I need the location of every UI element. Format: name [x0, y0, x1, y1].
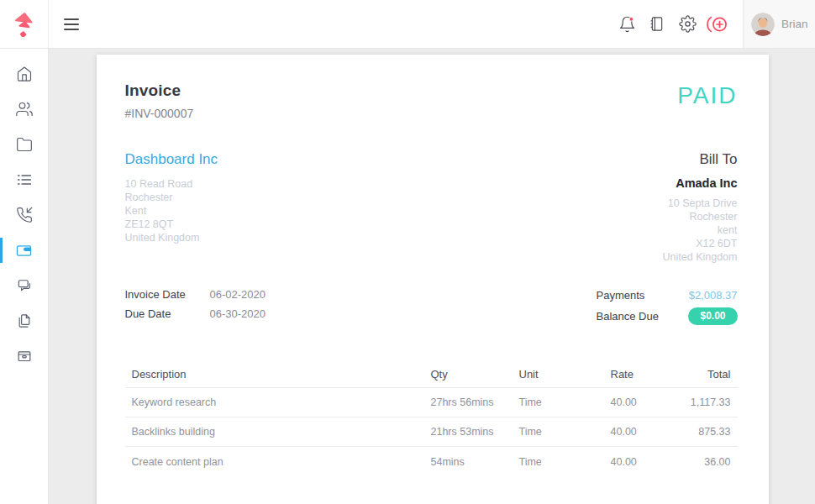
sidebar-item-calls[interactable]	[0, 197, 48, 233]
sidebar-item-invoices[interactable]	[0, 233, 48, 268]
customer-address: 10 Septa Drive Rochester kent X12 6DT Un…	[663, 197, 738, 264]
table-header-row: Description Qty Unit Rate Total	[125, 361, 738, 388]
address-line: kent	[663, 223, 738, 237]
address-line: United Kingdom	[663, 250, 738, 264]
phone-incoming-icon	[16, 207, 33, 223]
cell-rate: 40.00	[611, 426, 691, 438]
balance-due-badge: $0.00	[688, 307, 737, 324]
notifications-button[interactable]	[612, 9, 642, 39]
user-name: Brian	[781, 18, 808, 30]
avatar	[751, 13, 775, 36]
avatar-image	[751, 13, 775, 36]
balance-due-row: Balance Due $0.00	[597, 306, 738, 327]
cell-description: Keyword research	[125, 396, 431, 408]
due-date-label: Due Date	[125, 307, 210, 320]
invoice-meta: Invoice Date 06-02-2020 Due Date 06-30-2…	[125, 285, 738, 327]
home-icon	[16, 66, 33, 82]
col-header-total: Total	[691, 368, 738, 381]
invoice-header: Invoice #INV-000007 PAID	[125, 81, 738, 120]
cell-unit: Time	[519, 456, 611, 468]
address-line: Kent	[125, 204, 218, 218]
sidebar-item-contacts[interactable]	[0, 92, 48, 127]
table-row: Keyword research 27hrs 56mins Time 40.00…	[125, 388, 738, 417]
address-line: X12 6DT	[663, 237, 738, 250]
topbar: Brian	[0, 0, 815, 49]
list-icon	[16, 171, 33, 188]
bill-to-block: Bill To Amada Inc 10 Septa Drive Rochest…	[663, 151, 738, 264]
gear-icon	[679, 15, 697, 33]
chat-icon	[16, 277, 33, 294]
sender-block: Dashboard Inc 10 Read Road Rochester Ken…	[125, 151, 218, 264]
dates-block: Invoice Date 06-02-2020 Due Date 06-30-2…	[125, 285, 266, 323]
col-header-description: Description	[125, 368, 431, 381]
invoice-parties: Dashboard Inc 10 Read Road Rochester Ken…	[125, 151, 738, 264]
main-content: Invoice #INV-000007 PAID Dashboard Inc 1…	[50, 49, 815, 504]
address-line: Rochester	[663, 210, 738, 223]
cell-total: 1,117.33	[691, 396, 738, 408]
documents-icon	[16, 312, 33, 329]
address-line: 10 Read Road	[125, 177, 218, 191]
address-line: 10 Septa Drive	[663, 197, 738, 210]
sidebar-nav	[0, 49, 49, 504]
cell-total: 875.33	[691, 426, 738, 438]
cell-total: 36.00	[691, 456, 738, 468]
cell-description: Backlinks building	[125, 426, 431, 438]
sidebar-item-tasks[interactable]	[0, 162, 48, 197]
settings-button[interactable]	[672, 9, 702, 39]
cell-rate: 40.00	[611, 396, 691, 408]
user-menu[interactable]: Brian	[743, 0, 815, 48]
payments-value: $2,008.37	[689, 289, 738, 302]
invoice-number: #INV-000007	[125, 107, 194, 120]
due-date-value: 06-30-2020	[210, 307, 266, 320]
bill-to-label: Bill To	[663, 151, 738, 168]
col-header-unit: Unit	[519, 368, 611, 381]
address-line: Rochester	[125, 191, 218, 204]
quick-add-button[interactable]	[702, 9, 733, 39]
balance-due-label: Balance Due	[597, 310, 681, 323]
page-title: Invoice	[125, 81, 194, 100]
table-row: Backlinks building 21hrs 53mins Time 40.…	[125, 417, 738, 447]
cell-rate: 40.00	[611, 456, 691, 468]
invoice-date-row: Invoice Date 06-02-2020	[125, 285, 266, 304]
cell-unit: Time	[519, 426, 611, 438]
sidebar-item-projects[interactable]	[0, 127, 48, 162]
cell-unit: Time	[519, 396, 611, 408]
payments-label: Payments	[597, 289, 681, 302]
table-row: Create content plan 54mins Time 40.00 36…	[125, 447, 738, 476]
brand-logo-icon	[12, 12, 37, 37]
quick-add-icon	[706, 14, 729, 34]
folder-icon	[16, 136, 33, 153]
sender-name-link[interactable]: Dashboard Inc	[125, 151, 218, 168]
app-logo[interactable]	[0, 0, 49, 48]
cell-description: Create content plan	[125, 456, 431, 468]
contacts-icon	[16, 101, 33, 118]
cell-qty: 21hrs 53mins	[431, 426, 519, 438]
totals-block: Payments $2,008.37 Balance Due $0.00	[597, 285, 738, 327]
address-book-icon	[649, 15, 665, 33]
line-items-table: Description Qty Unit Rate Total Keyword …	[125, 361, 738, 476]
invoice-card: Invoice #INV-000007 PAID Dashboard Inc 1…	[97, 55, 769, 504]
col-header-qty: Qty	[431, 368, 519, 381]
wallet-icon	[15, 242, 33, 260]
bell-icon	[618, 15, 636, 34]
cell-qty: 54mins	[431, 456, 519, 468]
address-book-button[interactable]	[642, 9, 672, 39]
hamburger-menu-icon[interactable]	[57, 8, 86, 40]
address-line: ZE12 8QT	[125, 218, 218, 231]
payments-row: Payments $2,008.37	[597, 285, 738, 306]
sidebar-item-messages[interactable]	[0, 268, 48, 303]
archive-icon	[16, 348, 33, 365]
invoice-date-value: 06-02-2020	[210, 288, 266, 301]
due-date-row: Due Date 06-30-2020	[125, 304, 266, 323]
cell-qty: 27hrs 56mins	[431, 396, 519, 408]
status-stamp: PAID	[677, 84, 737, 108]
sidebar-item-home[interactable]	[0, 56, 48, 92]
sidebar-item-archive[interactable]	[0, 339, 48, 374]
address-line: United Kingdom	[125, 231, 218, 244]
col-header-rate: Rate	[611, 368, 691, 381]
invoice-date-label: Invoice Date	[125, 288, 210, 301]
sidebar-item-documents[interactable]	[0, 303, 48, 339]
sender-address: 10 Read Road Rochester Kent ZE12 8QT Uni…	[125, 177, 218, 244]
customer-name: Amada Inc	[663, 176, 738, 190]
